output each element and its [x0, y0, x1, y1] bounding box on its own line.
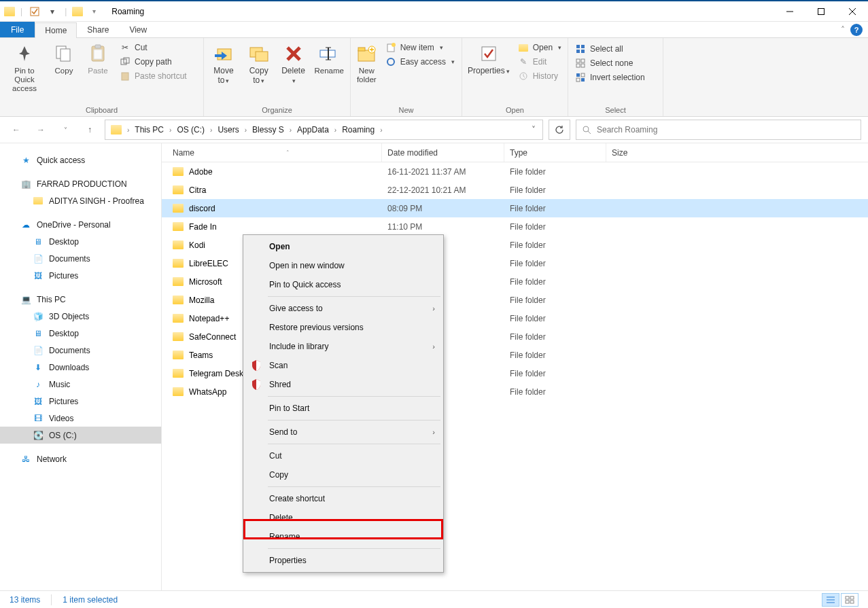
- sidebar-desktop[interactable]: 🖥Desktop: [0, 325, 161, 342]
- tab-file[interactable]: File: [0, 22, 35, 37]
- sidebar-aditya[interactable]: ADITYA SINGH - Proofrea: [0, 192, 161, 209]
- table-row[interactable]: Adobe16-11-2021 11:37 AMFile folder: [162, 162, 868, 181]
- sidebar-downloads[interactable]: ⬇Downloads: [0, 359, 161, 376]
- chevron-right-icon[interactable]: ›: [379, 126, 383, 134]
- tab-share[interactable]: Share: [77, 22, 119, 37]
- history-icon: [518, 71, 529, 82]
- cm-send-to[interactable]: Send to›: [245, 423, 442, 442]
- cm-pin-start[interactable]: Pin to Start: [245, 399, 442, 418]
- new-item-button[interactable]: New item▾: [383, 41, 457, 54]
- breadcrumb[interactable]: › This PC› OS (C:)› Users› Blessy S› App…: [105, 120, 543, 140]
- cm-copy[interactable]: Copy: [245, 465, 442, 484]
- cm-shred[interactable]: Shred: [245, 375, 442, 394]
- sidebar-os-drive[interactable]: 💽OS (C:): [0, 427, 161, 444]
- new-folder-button[interactable]: New folder: [355, 39, 379, 87]
- copy-path-button[interactable]: Copy path: [117, 55, 190, 69]
- edit-icon: ✎: [518, 56, 529, 67]
- paste-shortcut-button[interactable]: Paste shortcut: [117, 69, 190, 83]
- cloud-icon: ☁: [20, 219, 31, 230]
- sidebar-od-pictures[interactable]: 🖼Pictures: [0, 267, 161, 284]
- cm-open-new-window[interactable]: Open in new window: [245, 256, 442, 275]
- search-input[interactable]: Search Roaming: [576, 120, 861, 140]
- qat-overflow-icon[interactable]: ▾: [87, 5, 101, 18]
- paste-button[interactable]: Paste: [83, 39, 113, 78]
- move-to-button[interactable]: Move to▾: [208, 39, 239, 88]
- sidebar-quick-access[interactable]: ★Quick access: [0, 151, 161, 168]
- crumb-this-pc[interactable]: This PC: [132, 120, 167, 139]
- column-size[interactable]: Size: [606, 143, 674, 162]
- view-large-icons-button[interactable]: [841, 593, 858, 607]
- chevron-right-icon[interactable]: ›: [333, 126, 338, 134]
- back-button[interactable]: ←: [7, 120, 26, 139]
- desktop-icon: 🖥: [33, 328, 44, 339]
- crumb-appdata[interactable]: AppData: [294, 120, 332, 139]
- cm-open[interactable]: Open: [245, 237, 442, 256]
- cm-cut[interactable]: Cut: [245, 446, 442, 465]
- sidebar-network[interactable]: 🖧Network: [0, 450, 161, 467]
- crumb-users[interactable]: Users: [215, 120, 241, 139]
- rename-button[interactable]: Rename: [312, 39, 346, 78]
- pin-to-quick-access-button[interactable]: Pin to Quick access: [4, 39, 45, 96]
- chevron-right-icon[interactable]: ›: [126, 126, 131, 134]
- minimize-button[interactable]: [774, 1, 805, 22]
- chevron-right-icon[interactable]: ›: [288, 126, 293, 134]
- table-row[interactable]: Citra22-12-2021 10:21 AMFile folder: [162, 181, 868, 199]
- cm-delete[interactable]: Delete: [245, 508, 442, 527]
- sidebar-onedrive[interactable]: ☁OneDrive - Personal: [0, 216, 161, 233]
- ribbon-collapse-icon[interactable]: ˄: [841, 25, 845, 35]
- cm-pin-quick-access[interactable]: Pin to Quick access: [245, 275, 442, 294]
- chevron-right-icon[interactable]: ›: [209, 126, 213, 134]
- copy-button[interactable]: Copy: [49, 39, 79, 78]
- help-icon[interactable]: ?: [850, 24, 863, 36]
- tab-home[interactable]: Home: [35, 22, 77, 38]
- open-button[interactable]: Open▾: [515, 41, 564, 54]
- close-button[interactable]: [837, 1, 868, 22]
- cm-include-library[interactable]: Include in library›: [245, 337, 442, 356]
- select-all-button[interactable]: Select all: [572, 42, 648, 56]
- sidebar-od-documents[interactable]: 📄Documents: [0, 250, 161, 267]
- cm-give-access[interactable]: Give access to›: [245, 299, 442, 318]
- column-type[interactable]: Type: [504, 143, 606, 162]
- crumb-os[interactable]: OS (C:): [174, 120, 207, 139]
- cm-properties[interactable]: Properties: [245, 551, 442, 570]
- forward-button[interactable]: →: [31, 120, 50, 139]
- refresh-button[interactable]: [549, 120, 570, 140]
- cm-rename[interactable]: Rename: [245, 527, 442, 546]
- table-row[interactable]: Fade In11:10 PMFile folder: [162, 217, 868, 236]
- cm-restore-previous[interactable]: Restore previous versions: [245, 318, 442, 337]
- cm-create-shortcut[interactable]: Create shortcut: [245, 489, 442, 508]
- chevron-right-icon[interactable]: ›: [168, 126, 173, 134]
- crumb-roaming[interactable]: Roaming: [339, 120, 377, 139]
- easy-access-button[interactable]: Easy access▾: [383, 55, 457, 69]
- sidebar-music[interactable]: ♪Music: [0, 376, 161, 393]
- copy-to-button[interactable]: Copy to▾: [243, 39, 275, 88]
- qat-dropdown-icon[interactable]: ▾: [46, 5, 59, 18]
- column-name[interactable]: Name˄: [162, 143, 382, 162]
- sidebar-documents[interactable]: 📄Documents: [0, 342, 161, 359]
- view-details-button[interactable]: [822, 593, 839, 607]
- maximize-button[interactable]: [805, 1, 837, 22]
- table-row[interactable]: discord08:09 PMFile folder: [162, 199, 868, 217]
- edit-button[interactable]: ✎Edit: [515, 55, 564, 69]
- invert-selection-button[interactable]: Invert selection: [572, 71, 648, 84]
- column-date[interactable]: Date modified: [382, 143, 504, 162]
- sidebar-od-desktop[interactable]: 🖥Desktop: [0, 233, 161, 250]
- up-button[interactable]: ↑: [80, 120, 99, 139]
- sidebar-3d[interactable]: 🧊3D Objects: [0, 308, 161, 325]
- crumb-user[interactable]: Blessy S: [249, 120, 287, 139]
- sidebar-this-pc[interactable]: 💻This PC: [0, 291, 161, 308]
- cut-button[interactable]: ✂Cut: [117, 41, 190, 54]
- delete-button[interactable]: Delete▾: [279, 39, 309, 88]
- properties-button[interactable]: Properties▾: [466, 39, 511, 79]
- history-button[interactable]: History: [515, 69, 564, 83]
- sidebar-farrad[interactable]: 🏢FARRAD PRODUCTION: [0, 175, 161, 192]
- address-dropdown-icon[interactable]: ˅: [527, 125, 540, 135]
- cm-scan[interactable]: Scan: [245, 356, 442, 375]
- sidebar-videos[interactable]: 🎞Videos: [0, 410, 161, 427]
- chevron-right-icon[interactable]: ›: [243, 126, 248, 134]
- recent-dropdown[interactable]: ˅: [56, 120, 75, 139]
- qat-properties-icon[interactable]: [28, 5, 41, 18]
- select-none-button[interactable]: Select none: [572, 56, 648, 70]
- tab-view[interactable]: View: [119, 22, 157, 37]
- sidebar-pictures[interactable]: 🖼Pictures: [0, 393, 161, 410]
